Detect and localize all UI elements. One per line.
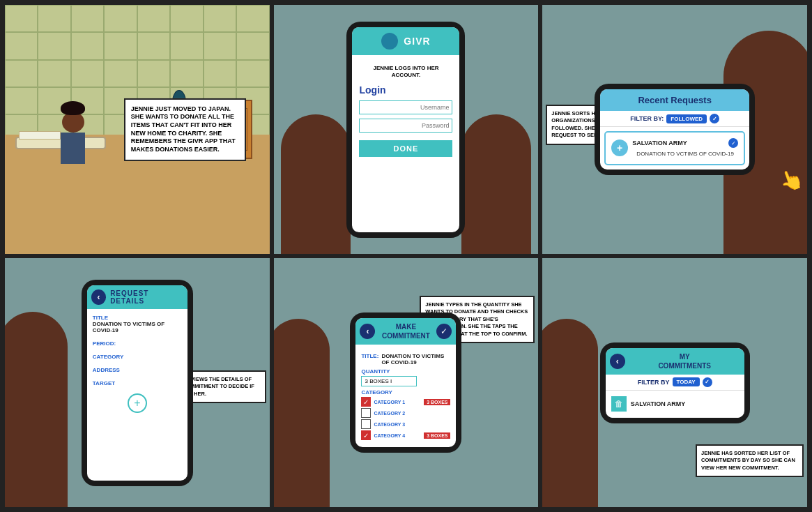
title-label: TITLE [93, 315, 182, 321]
category-2-row[interactable]: CATEGORY 2 [361, 408, 450, 418]
done-button[interactable]: DONE [359, 140, 452, 157]
quantity-input[interactable]: 3 BOXES I [361, 376, 417, 386]
request-card[interactable]: + SALVATION ARMY ✓ DONATION TO VCTIMS OF… [604, 131, 745, 165]
wall-cell [5, 5, 38, 32]
wall-cell [38, 5, 70, 32]
panel-3: Recent Requests FILTER BY: FOLLOWED ✓ + … [540, 3, 809, 256]
wall-cell [204, 60, 236, 87]
title-row: TITLE DONATION TO VICTIMS OF COVID-19 [93, 315, 182, 333]
back-button[interactable]: ‹ [91, 289, 106, 305]
today-check-icon: ✓ [703, 377, 712, 387]
category-2-label: CATEGORY 2 [374, 411, 405, 416]
wall-cell [104, 5, 137, 32]
recent-header: Recent Requests [600, 89, 749, 111]
details-header: ‹ REQUEST DETAILS [87, 285, 187, 309]
category-3-row[interactable]: CATEGORY 3 [361, 419, 450, 429]
my-commitments-title: MYCOMMITMENTS [629, 352, 740, 370]
filter-label: FILTER BY: [630, 115, 664, 122]
wall-cell [137, 60, 170, 87]
wall-cell [5, 32, 38, 59]
category-1-row[interactable]: ✓ CATEGORY 1 3 BOXES [361, 397, 450, 407]
followed-check-icon: ✓ [710, 114, 719, 123]
panel-1: JENNIE JUST MOVED TO JAPAN. SHE WANTS TO… [3, 3, 272, 256]
login-narration: JENNIE LOGS INTO HER ACCOUNT. [359, 62, 452, 82]
wall-cell [236, 32, 269, 59]
password-field[interactable] [359, 119, 452, 133]
wall-cell [71, 60, 104, 87]
category-row: CATEGORY [93, 354, 182, 360]
category-field-label: CATEGORY [361, 389, 450, 396]
category-3-label: CATEGORY 3 [374, 422, 405, 427]
filter-by-label: FILTER BY [638, 379, 670, 386]
recent-title: Recent Requests [606, 95, 744, 105]
request-details-title: REQUEST DETAILS [110, 289, 183, 305]
app-header: GIVR [352, 27, 459, 55]
panel-2: GIVR JENNIE LOGS INTO HER ACCOUNT. Login… [272, 3, 541, 256]
back-button-commit[interactable]: ‹ [360, 324, 375, 339]
wall-cell [236, 60, 269, 87]
wall-cell [170, 5, 203, 32]
character [61, 98, 85, 164]
wall-cell [71, 32, 104, 59]
donation-text: DONATION TO VCTIMS OF COVID-19 [632, 151, 738, 158]
wall-cell [38, 32, 70, 59]
commitment-item[interactable]: 🗑 SALVATION ARMY [606, 391, 744, 418]
target-row: TARGET [93, 380, 182, 386]
wall-cell [5, 60, 38, 87]
title-field-label: TITLE: [361, 353, 378, 359]
wall-cell [204, 5, 236, 32]
org-name: SALVATION ARMY [632, 140, 687, 146]
wall-cell [104, 32, 137, 59]
filter-bar: FILTER BY: FOLLOWED ✓ [600, 111, 749, 127]
left-hand [281, 114, 351, 254]
app-logo [381, 33, 398, 50]
wall-cell [204, 32, 236, 59]
wall-cell [170, 60, 203, 87]
app-title: GIVR [404, 36, 430, 47]
category-4-label: CATEGORY 4 [374, 433, 405, 438]
quantity-field-label: QUANTITY [361, 368, 450, 375]
right-hand [461, 114, 531, 254]
commit-header-title: MAKE COMMITMENT [379, 322, 432, 340]
checkmark-button[interactable]: ✓ [436, 324, 452, 339]
category-3-checkbox[interactable] [361, 419, 371, 429]
panel-5: ‹ MAKE COMMITMENT ✓ TITLE: DONATION TO V… [272, 256, 541, 509]
panel1-speech-bubble: JENNIE JUST MOVED TO JAPAN. SHE WANTS TO… [124, 98, 246, 160]
login-title: Login [359, 84, 452, 96]
wall-cell [104, 60, 137, 87]
back-button-mycommit[interactable]: ‹ [610, 354, 625, 369]
today-badge: TODAY [673, 377, 700, 386]
category-1-checkbox[interactable]: ✓ [361, 397, 371, 407]
category-4-checkbox[interactable]: ✓ [361, 430, 371, 440]
wall-cell [71, 5, 104, 32]
period-row: PERIOD: [93, 340, 182, 347]
org-check-icon: ✓ [728, 138, 738, 148]
wall-cell [5, 87, 38, 114]
period-label: PERIOD: [93, 340, 182, 347]
title-value: DONATION TO VICTIMS OF COVID-19 [93, 321, 182, 333]
address-row: ADDRESS [93, 367, 182, 373]
wall-cell [170, 32, 203, 59]
add-request-icon[interactable]: + [611, 140, 628, 156]
panel-4: ‹ REQUEST DETAILS TITLE DONATION TO VICT… [3, 256, 272, 509]
category-4-row[interactable]: ✓ CATEGORY 4 3 BOXES [361, 430, 450, 440]
username-field[interactable] [359, 100, 452, 114]
followed-badge: FOLLOWED [666, 114, 707, 123]
category-4-badge: 3 BOXES [424, 432, 450, 439]
wall-cell [137, 32, 170, 59]
category-1-badge: 3 BOXES [424, 399, 450, 405]
target-label: TARGET [93, 380, 182, 386]
address-label: ADDRESS [93, 367, 182, 373]
panel-6: ‹ MYCOMMITMENTS FILTER BY TODAY ✓ 🗑 SALV… [540, 256, 809, 509]
my-commit-filter: FILTER BY TODAY ✓ [606, 375, 744, 391]
add-commitment-button[interactable]: + [128, 393, 147, 413]
my-commit-header: ‹ MYCOMMITMENTS [606, 348, 744, 375]
commitment-org-name: SALVATION ARMY [631, 400, 686, 407]
wall-cell [137, 5, 170, 32]
trash-icon[interactable]: 🗑 [611, 396, 627, 412]
panel6-speech-text: JENNIE HAS SORTED HER LIST OF COMMITMENT… [701, 450, 795, 471]
pillow [19, 131, 61, 140]
category-2-checkbox[interactable] [361, 408, 371, 418]
title-field-value: DONATION TO VICTIMS OF COVID-19 [381, 353, 450, 366]
left-hand-panel4 [3, 312, 68, 507]
